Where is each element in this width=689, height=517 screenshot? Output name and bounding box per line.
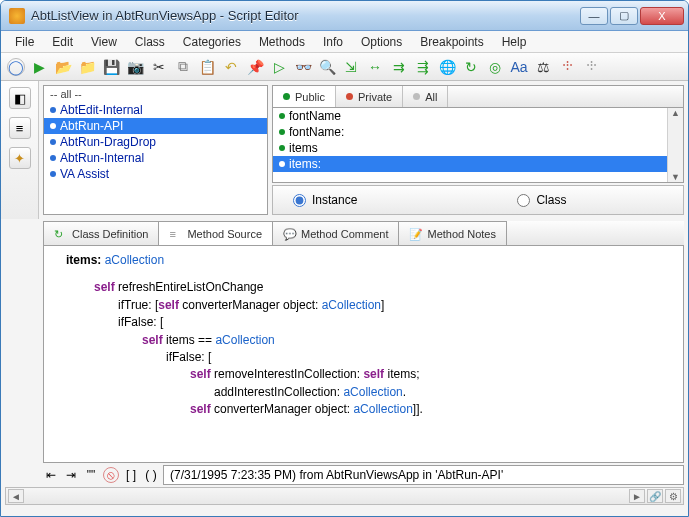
category-item[interactable]: AbtRun-DragDrop <box>44 134 267 150</box>
source-tab-class-definition[interactable]: ↻Class Definition <box>43 221 159 245</box>
status-text: (7/31/1995 7:23:35 PM) from AbtRunViewsA… <box>163 465 684 485</box>
close-button[interactable]: X <box>640 7 684 25</box>
method-item[interactable]: items <box>273 140 683 156</box>
menubar: FileEditViewClassCategoriesMethodsInfoOp… <box>1 31 688 53</box>
horizontal-scrollbar[interactable]: ◄ ► 🔗 ⚙ <box>5 487 684 505</box>
menu-view[interactable]: View <box>83 33 125 51</box>
history-back-icon[interactable]: ◯ <box>7 58 25 76</box>
folder-icon[interactable]: 📁 <box>79 59 95 75</box>
parens-icon[interactable]: ( ) <box>143 467 159 483</box>
source-tab-method-notes[interactable]: 📝Method Notes <box>398 221 506 245</box>
categories-pane[interactable]: -- all -- AbtEdit-InternalAbtRun-APIAbtR… <box>43 85 268 215</box>
method-item[interactable]: items: <box>273 156 683 172</box>
menu-options[interactable]: Options <box>353 33 410 51</box>
status-row: ⇤ ⇥ "" ⦸ [ ] ( ) (7/31/1995 7:23:35 PM) … <box>43 465 684 485</box>
menu-info[interactable]: Info <box>315 33 351 51</box>
play-icon[interactable]: ▷ <box>271 59 287 75</box>
method-list-scrollbar[interactable]: ▲▼ <box>667 108 683 182</box>
run-icon[interactable]: ▶ <box>31 59 47 75</box>
side-misc-icon[interactable]: ✦ <box>9 147 31 169</box>
graph2-icon[interactable]: ⇉ <box>391 59 407 75</box>
scope-tab-private[interactable]: Private <box>336 86 403 107</box>
categories-all-row[interactable]: -- all -- <box>44 86 267 102</box>
scope-tabs: PublicPrivateAll <box>272 85 684 107</box>
graph1-icon[interactable]: ↔ <box>367 59 383 75</box>
window-frame: AbtListView in AbtRunViewsApp - Script E… <box>0 0 689 517</box>
paste-icon[interactable]: 📋 <box>199 59 215 75</box>
method-selector: items: <box>66 253 101 267</box>
menu-categories[interactable]: Categories <box>175 33 249 51</box>
source-tabs: ↻Class Definition≡Method Source💬Method C… <box>43 221 684 245</box>
camera-icon[interactable]: 📷 <box>127 59 143 75</box>
category-item[interactable]: AbtEdit-Internal <box>44 102 267 118</box>
scope-tab-all[interactable]: All <box>403 86 448 107</box>
font-icon[interactable]: Aa <box>511 59 527 75</box>
menu-edit[interactable]: Edit <box>44 33 81 51</box>
menu-class[interactable]: Class <box>127 33 173 51</box>
cluster-icon[interactable]: ⸭ <box>559 59 575 75</box>
left-tool-column: ◧ ≡ ✦ <box>1 81 39 219</box>
toolbar: ◯ ▶📂📁💾📷✂⧉📋↶📌▷👓🔍⇲↔⇉⇶🌐↻◎Aa⚖⸭⸭ <box>1 53 688 81</box>
scroll-left-icon[interactable]: ◄ <box>8 489 24 503</box>
brackets-icon[interactable]: [ ] <box>123 467 139 483</box>
balance-icon[interactable]: ⚖ <box>535 59 551 75</box>
menu-breakpoints[interactable]: Breakpoints <box>412 33 491 51</box>
app-icon <box>9 8 25 24</box>
maximize-button[interactable]: ▢ <box>610 7 638 25</box>
method-argument: aCollection <box>105 253 164 267</box>
minimize-button[interactable]: — <box>580 7 608 25</box>
category-item[interactable]: AbtRun-Internal <box>44 150 267 166</box>
side-source-icon[interactable]: ≡ <box>9 117 31 139</box>
menu-file[interactable]: File <box>7 33 42 51</box>
open-icon[interactable]: 📂 <box>55 59 71 75</box>
indent-left-icon[interactable]: ⇤ <box>43 467 59 483</box>
refresh-icon[interactable]: ↻ <box>463 59 479 75</box>
tree-icon[interactable]: ⇲ <box>343 59 359 75</box>
source-tab-method-source[interactable]: ≡Method Source <box>158 221 273 245</box>
category-item[interactable]: AbtRun-API <box>44 118 267 134</box>
scope-tab-public[interactable]: Public <box>273 86 336 108</box>
cut-icon[interactable]: ✂ <box>151 59 167 75</box>
gear-icon[interactable]: ⚙ <box>665 489 681 503</box>
quote-icon[interactable]: "" <box>83 467 99 483</box>
window-title: AbtListView in AbtRunViewsApp - Script E… <box>31 8 580 23</box>
pin-icon[interactable]: 📌 <box>247 59 263 75</box>
save-icon[interactable]: 💾 <box>103 59 119 75</box>
titlebar[interactable]: AbtListView in AbtRunViewsApp - Script E… <box>1 1 688 31</box>
target-icon[interactable]: ◎ <box>487 59 503 75</box>
stop-icon[interactable]: ⦸ <box>103 467 119 483</box>
method-item[interactable]: fontName: <box>273 124 683 140</box>
side-hierarchy-icon[interactable]: ◧ <box>9 87 31 109</box>
menu-methods[interactable]: Methods <box>251 33 313 51</box>
scroll-right-icon[interactable]: ► <box>629 489 645 503</box>
category-item[interactable]: VA Assist <box>44 166 267 182</box>
class-radio[interactable]: Class <box>517 193 566 207</box>
side-radio-bar: Instance Class <box>272 185 684 215</box>
instance-radio[interactable]: Instance <box>293 193 357 207</box>
method-list[interactable]: fontNamefontName:itemsitems: ▲▼ <box>272 107 684 183</box>
method-item[interactable]: fontName <box>273 108 683 124</box>
link-icon[interactable]: 🔗 <box>647 489 663 503</box>
globe-icon[interactable]: 🌐 <box>439 59 455 75</box>
indent-right-icon[interactable]: ⇥ <box>63 467 79 483</box>
source-editor[interactable]: items: aCollection self refreshEntireLis… <box>43 245 684 463</box>
search-icon[interactable]: 🔍 <box>319 59 335 75</box>
undo-icon[interactable]: ↶ <box>223 59 239 75</box>
source-tab-method-comment[interactable]: 💬Method Comment <box>272 221 399 245</box>
menu-help[interactable]: Help <box>494 33 535 51</box>
glasses-icon[interactable]: 👓 <box>295 59 311 75</box>
cluster2-icon[interactable]: ⸭ <box>583 59 599 75</box>
copy-icon[interactable]: ⧉ <box>175 59 191 75</box>
graph3-icon[interactable]: ⇶ <box>415 59 431 75</box>
